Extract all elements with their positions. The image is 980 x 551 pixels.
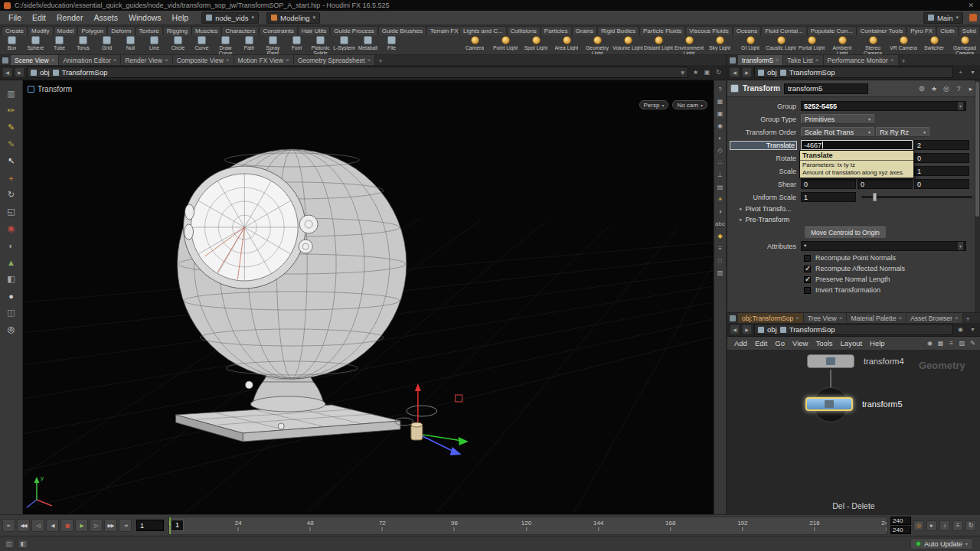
network-menu-item[interactable]: Tools [812,339,836,347]
shelf-tab[interactable]: Grains [572,26,598,35]
pre-transform-section[interactable]: ▸ Pre-Transform [740,214,972,225]
sculpt-tool-icon[interactable]: ● [5,290,18,302]
new-tab-button[interactable]: + [899,57,909,65]
shelf-tool[interactable]: Camera [459,35,490,54]
network-editor-canvas[interactable]: Geometry transform4 transform5 Del - Del… [727,350,980,514]
menu-item[interactable]: Help [167,12,194,23]
scene-viewport[interactable]: y Transform Persp ▾ No cam [23,80,714,514]
color-palette-icon[interactable]: ▨ [958,340,966,347]
shelf-tab[interactable]: Terrain FX [426,26,459,35]
shelf-tab[interactable]: Collisions [507,26,541,35]
update-mode-selector[interactable]: Auto Update ▾ [910,538,973,549]
network-menu-item[interactable]: View [789,339,812,347]
shelf-tool[interactable]: Null [119,35,142,54]
menu-item[interactable]: Windows [123,12,167,23]
pane-tab[interactable]: obj:TransformSop × [738,313,804,323]
breadcrumb[interactable]: obj TransformSop ▾ [27,67,688,78]
next-keyframe-button[interactable]: ▶▶ [104,519,117,532]
new-tab-button[interactable]: + [375,57,385,65]
tab-close-icon[interactable]: × [898,315,902,321]
tab-close-icon[interactable]: × [368,57,371,64]
breadcrumb-node[interactable]: TransformSop [62,68,108,77]
select-tool-icon[interactable]: ↖ [5,155,18,167]
back-button[interactable]: ◀ [730,324,740,334]
shading-mode-icon[interactable]: ◐ [716,134,725,142]
menu-item[interactable]: Assets [88,12,123,23]
realtime-icon[interactable]: ↻ [965,520,976,531]
shelf-tab[interactable]: Container Tools [857,26,906,35]
group-dropdown-icon[interactable]: ▾ [958,102,963,110]
breadcrumb[interactable]: obj TransformSop [754,324,953,335]
pane-tab[interactable]: Render View × [121,55,172,65]
mode-selector[interactable]: Modeling ▾ [266,12,320,24]
camera-lock-icon[interactable]: ▣ [716,109,725,118]
lighting-icon[interactable]: ☀ [716,195,725,204]
menu-item[interactable]: File [3,12,27,23]
display-normals-icon[interactable]: ⊥ [716,171,725,179]
translate-tool-icon[interactable]: + [5,172,18,184]
back-button[interactable]: ◀ [730,67,740,77]
group-field[interactable]: 5252-5455 ▾ [801,101,966,111]
shelf-tab[interactable]: Populate Con... [807,26,857,35]
list-mode-icon[interactable]: ≡ [947,340,956,347]
snapshot-icon[interactable]: □ [716,256,725,265]
tab-close-icon[interactable]: × [890,57,894,64]
tab-close-icon[interactable]: × [776,57,779,64]
shelf-tab[interactable]: Rigging [163,26,191,35]
desktop-selector[interactable]: node_vids ▾ [201,12,259,24]
display-grid-icon[interactable]: ▤ [716,183,725,191]
display-options-icon[interactable]: ▧ [716,269,725,277]
shelf-tab[interactable]: Fluid Contai... [761,26,806,35]
shelf-tab[interactable]: Constraints [259,26,297,35]
breadcrumb-node[interactable]: TransformSop [789,325,835,334]
pane-tab[interactable]: Performance Monitor × [824,55,899,65]
param-scrollbar[interactable] [975,80,980,312]
shelf-tab[interactable]: Oceans [733,26,762,35]
transform-order-select[interactable]: Scale Rot Trans ▾ [801,127,874,137]
play-reverse-button[interactable]: ◀ [46,519,59,532]
shelf-tool[interactable]: Point Light [490,35,521,54]
node-transform4[interactable]: transform4 [807,354,904,368]
breadcrumb-obj[interactable]: obj [40,68,50,77]
pane-tab[interactable]: Tree View × [804,313,847,323]
shelf-tab[interactable]: Modify [28,26,54,35]
shear-x-field[interactable]: 0 [801,179,856,189]
network-menu-item[interactable]: Add [730,339,751,347]
pane-tab[interactable]: Asset Browser × [906,313,962,323]
network-menu-item[interactable]: Edit [751,339,771,347]
shelf-tab[interactable]: Guide Brushes [378,26,426,35]
slide-tool-icon[interactable]: ◐ [5,240,18,251]
desktop-main-selector[interactable]: Main ▾ [923,12,963,24]
chevron-down-icon[interactable]: ▾ [968,67,978,77]
shelf-tool[interactable]: Geometry Light [582,35,612,54]
gear-icon[interactable]: ⚙ [917,85,926,93]
shelf-tool[interactable]: Path [237,35,261,54]
help-icon[interactable]: ? [716,85,725,93]
shelf-tool[interactable]: Font [285,35,309,54]
shear-z-field[interactable]: 0 [914,179,969,189]
wireframe-icon[interactable]: ◇ [716,146,725,155]
shelf-tool[interactable]: Tube [47,35,71,54]
shelf-tab[interactable]: Characters [221,26,259,35]
view-type-selector[interactable]: Persp ▾ [639,100,669,109]
shelf-tool[interactable]: Metaball [356,35,380,54]
shelf-tool[interactable]: VR Camera [888,35,919,54]
tab-close-icon[interactable]: × [839,315,843,321]
shelf-tab[interactable]: Model [54,26,78,35]
mirror-tool-icon[interactable]: ◫ [5,307,18,318]
playback-end-field[interactable]: 240 [890,526,911,534]
shelf-tool[interactable]: Sky Light [704,35,735,54]
pin-icon[interactable]: ◉ [956,324,965,334]
node-name-field[interactable]: transform5 [784,83,868,94]
shelf-tool[interactable]: Stereo Camera [858,35,888,54]
shelf-tool[interactable]: File [380,35,403,54]
rotate-z-field[interactable]: 0 [914,153,969,163]
shelf-tool[interactable]: GI Light [735,35,766,54]
edit-tool-icon[interactable]: ◧ [5,273,18,285]
network-menu-item[interactable]: Layout [837,339,867,347]
peak-tool-icon[interactable]: ▲ [5,256,18,268]
text-display-icon[interactable]: abc [716,220,725,228]
shelf-tab[interactable]: Muscles [191,26,221,35]
shelf-tool[interactable]: Sphere [24,35,47,54]
scale-tool-icon[interactable]: ◱ [5,206,18,217]
